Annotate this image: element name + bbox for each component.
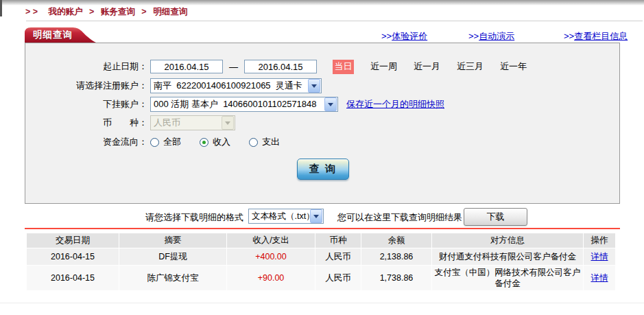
date-range-label: 起止日期：: [25, 60, 147, 73]
radio-label[interactable]: 收入: [213, 136, 230, 148]
table-row: 2016-04-15 陈广锦支付宝 +90.00 人民币 1,738.86 支付…: [27, 266, 615, 290]
cell-amount: +90.00: [227, 266, 315, 290]
link-prefix: >>: [381, 31, 392, 41]
cell-currency: 人民币: [315, 266, 361, 290]
currency-row: 币 种： 人民币: [25, 115, 235, 130]
download-result-label: 您可以在这里下载查询明细结果: [337, 211, 462, 224]
cell-summary: DF提现: [119, 248, 226, 265]
breadcrumb: > > 我的账户 > 账务查询 > 明细查询: [25, 6, 187, 18]
query-button[interactable]: 查 询: [297, 159, 349, 180]
date-separator: —: [229, 62, 238, 72]
sub-account-select[interactable]: 000 活期 基本户 1406600101102571848: [150, 97, 338, 112]
link-experience-review[interactable]: >>体验评价: [381, 30, 427, 43]
radio-label[interactable]: 支出: [262, 136, 280, 148]
registered-account-select[interactable]: 南平 6222001406100921065 灵通卡: [150, 78, 322, 93]
fund-flow-options: 全部 收入 支出: [150, 136, 298, 148]
radio-label[interactable]: 全部: [163, 136, 181, 148]
radio-flow-all[interactable]: 全部: [150, 136, 181, 148]
cell-amount: +400.00: [227, 248, 315, 265]
download-format-value: 文本格式（.txt）: [249, 211, 309, 222]
col-header-balance: 余额: [361, 233, 431, 248]
date-from-input[interactable]: [150, 60, 223, 73]
quick-range-year[interactable]: 近一年: [500, 60, 527, 73]
cell-balance: 1,738.86: [361, 266, 431, 290]
registered-account-value: 南平 6222001406100921065 灵通卡: [151, 80, 307, 92]
save-monthly-snapshot-link[interactable]: 保存近一个月的明细快照: [346, 98, 444, 110]
radio-icon[interactable]: [200, 138, 208, 147]
footer-divider: [0, 303, 644, 303]
breadcrumb-separator: >: [141, 7, 146, 16]
detail-link[interactable]: 详情: [591, 252, 608, 261]
col-header-amount: 收入/支出: [227, 233, 315, 248]
link-auto-demo[interactable]: >>自动演示: [468, 30, 514, 43]
col-header-summary: 摘要: [119, 233, 226, 248]
radio-icon[interactable]: [249, 138, 258, 147]
cell-summary: 陈广锦支付宝: [119, 266, 226, 290]
table-row: 2016-04-15 DF提现 +400.00 人民币 2,138.86 财付通…: [27, 248, 615, 265]
cell-balance: 2,138.86: [361, 248, 431, 265]
sub-account-row: 下挂账户： 000 活期 基本户 1406600101102571848 保存近…: [25, 97, 444, 112]
transactions-table: 交易日期 摘要 收入/支出 币种 余额 对方信息 操作 2016-04-15 D…: [26, 233, 616, 291]
registered-account-label: 请选择注册账户：: [25, 80, 147, 92]
cell-currency: 人民币: [315, 248, 361, 265]
cell-counterparty: 财付通支付科技有限公司客户备付金: [432, 248, 583, 265]
breadcrumb-separator: >: [89, 7, 94, 16]
table-top-divider: [25, 228, 620, 229]
col-header-counterparty: 对方信息: [432, 233, 583, 248]
col-header-action: 操作: [584, 233, 615, 248]
download-button[interactable]: 下载: [464, 208, 527, 226]
radio-flow-expense[interactable]: 支出: [249, 136, 280, 148]
breadcrumb-prefix: > >: [25, 7, 38, 16]
link-view-column-info[interactable]: >>查看栏目信息: [564, 30, 628, 43]
quick-range-today[interactable]: 当日: [333, 60, 354, 74]
detail-link[interactable]: 详情: [591, 273, 608, 283]
quick-range-month[interactable]: 近一月: [414, 60, 440, 73]
chevron-down-icon: [310, 209, 322, 223]
link-prefix: >>: [564, 31, 574, 41]
registered-account-row: 请选择注册账户： 南平 6222001406100921065 灵通卡: [25, 78, 322, 93]
date-range-row: 起止日期： — 当日 近一周 近一月 近三月 近一年: [25, 59, 527, 74]
chevron-down-icon: [324, 97, 337, 111]
download-format-select[interactable]: 文本格式（.txt）: [248, 209, 324, 224]
header-divider: [26, 21, 643, 21]
col-header-currency: 币种: [315, 233, 361, 248]
sub-account-label: 下挂账户：: [25, 98, 147, 110]
radio-icon[interactable]: [150, 138, 159, 147]
chevron-down-icon: [308, 79, 320, 93]
breadcrumb-item-my-accounts[interactable]: 我的账户: [49, 7, 83, 16]
tab-label: 明细查询: [33, 29, 73, 41]
breadcrumb-item-account-query[interactable]: 账务查询: [101, 7, 135, 16]
download-format-label: 请您选择下载明细的格式: [103, 211, 243, 224]
quick-range-week[interactable]: 近一周: [370, 60, 397, 73]
currency-value: 人民币: [151, 117, 221, 129]
radio-flow-income[interactable]: 收入: [200, 136, 230, 148]
top-left-edge: [0, 0, 2, 16]
cell-counterparty: 支付宝（中国）网络技术有限公司客户备付金: [432, 266, 583, 290]
chevron-down-icon: [222, 116, 234, 130]
cell-date: 2016-04-15: [27, 266, 119, 290]
fund-flow-label: 资金流向：: [25, 136, 147, 148]
currency-select: 人民币: [150, 115, 235, 130]
tab-details-query[interactable]: 明细查询: [25, 27, 96, 43]
cell-date: 2016-04-15: [27, 248, 119, 265]
col-header-date: 交易日期: [27, 233, 119, 248]
table-header-row: 交易日期 摘要 收入/支出 币种 余额 对方信息 操作: [27, 233, 615, 248]
date-to-input[interactable]: [244, 60, 317, 73]
link-prefix: >>: [468, 31, 479, 41]
sub-account-value: 000 活期 基本户 1406600101102571848: [151, 98, 324, 110]
quick-range-quarter[interactable]: 近三月: [457, 60, 484, 73]
top-gradient-band: [0, 0, 644, 5]
breadcrumb-item-details-query[interactable]: 明细查询: [153, 7, 187, 16]
fund-flow-row: 资金流向： 全部 收入 支出: [25, 135, 298, 150]
currency-label: 币 种：: [25, 117, 147, 129]
details-query-page: > > 我的账户 > 账务查询 > 明细查询 明细查询 >>体验评价 >>自动演…: [0, 0, 644, 315]
